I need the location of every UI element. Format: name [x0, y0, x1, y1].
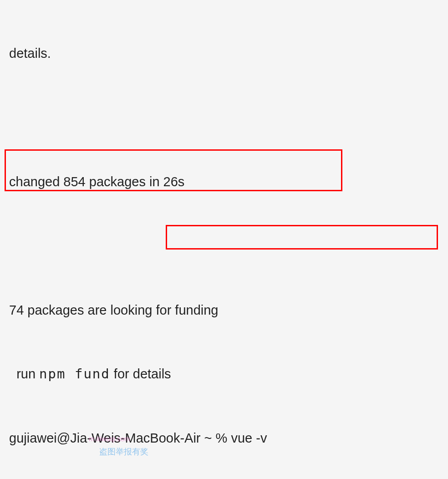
prompt-line: gujiawei@Jia-Weis-MacBook-Air ~ % vue -v [9, 428, 439, 449]
text-suffix: for details [110, 367, 171, 381]
text-prefix: run [9, 367, 39, 381]
output-line-blank [9, 107, 439, 128]
output-line: run npm fund for details [9, 363, 439, 385]
terminal-output: details. changed 854 packages in 26s 74 … [9, 0, 439, 479]
output-line-blank [9, 235, 439, 257]
command-text: npm fund [39, 366, 110, 382]
watermark-text: 盗图举报有奖 [99, 445, 148, 459]
watermark-url: m.itiwuqi.com [89, 433, 130, 444]
output-line: 74 packages are looking for funding [9, 300, 439, 321]
output-line: changed 854 packages in 26s [9, 171, 439, 193]
output-line: details. [9, 43, 439, 64]
